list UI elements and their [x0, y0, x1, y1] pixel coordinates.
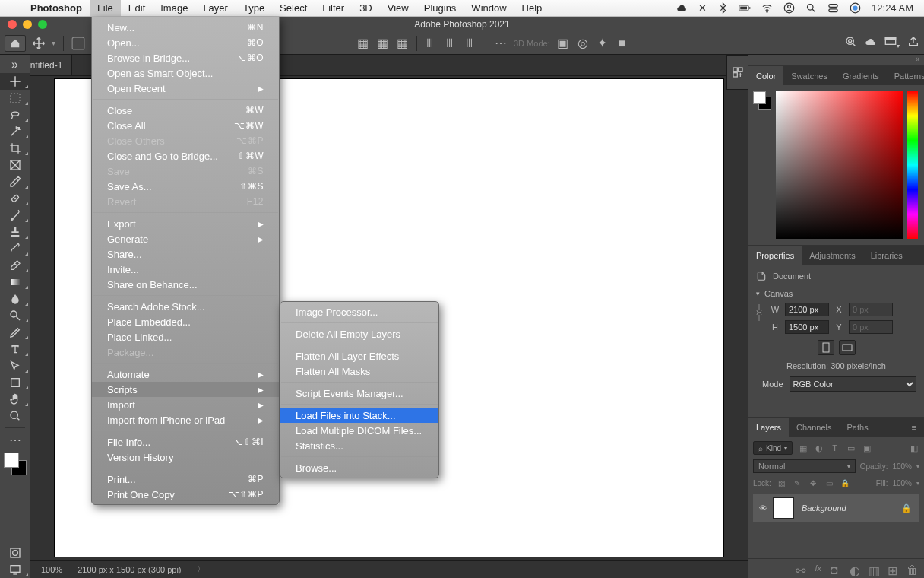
marquee-tool[interactable]	[0, 90, 30, 106]
3d-icon[interactable]: ▣	[556, 37, 570, 50]
menu-help[interactable]: Help	[514, 0, 550, 16]
3d-icon[interactable]: ◎	[576, 37, 590, 50]
menu-item[interactable]: Print...⌘P	[92, 472, 279, 487]
status-flyout-icon[interactable]: 〉	[197, 564, 205, 575]
menu-item[interactable]: Share...	[92, 246, 279, 262]
menu-item[interactable]: Save⌘S	[92, 164, 279, 179]
filter-adjust-icon[interactable]: ◐	[813, 443, 824, 454]
shape-tool[interactable]	[0, 374, 30, 391]
opacity-value[interactable]: 100%	[892, 462, 912, 471]
menu-view[interactable]: View	[380, 0, 416, 16]
lock-artboard-icon[interactable]: ▭	[824, 478, 835, 489]
tools-flyout-icon[interactable]: »	[0, 56, 30, 73]
menu-item[interactable]: Place Linked...	[92, 329, 279, 345]
tab-adjustments[interactable]: Adjustments	[802, 246, 863, 265]
menu-select[interactable]: Select	[272, 0, 315, 16]
overflow-icon[interactable]: ⋯	[494, 37, 508, 50]
crop-tool[interactable]	[0, 140, 30, 157]
share-icon[interactable]	[907, 36, 919, 51]
filter-smart-icon[interactable]: ▣	[861, 443, 872, 454]
zoom-level[interactable]: 100%	[41, 565, 62, 574]
menu-image[interactable]: Image	[153, 0, 195, 16]
submenu-item[interactable]: Load Multiple DICOM Files...	[280, 423, 438, 438]
blend-mode-select[interactable]: Normal▾	[753, 459, 856, 473]
distribute-icon[interactable]: ⊪	[445, 37, 458, 50]
close-window-button[interactable]	[8, 20, 17, 29]
battery-icon[interactable]	[739, 2, 751, 14]
layer-name[interactable]: Background	[802, 503, 901, 513]
tab-channels[interactable]: Channels	[789, 418, 839, 437]
menu-layer[interactable]: Layer	[195, 0, 236, 16]
tab-libraries[interactable]: Libraries	[863, 246, 910, 265]
3d-icon[interactable]: ✦	[596, 37, 609, 50]
bluetooth-icon[interactable]	[717, 2, 729, 14]
brush-tool[interactable]	[0, 207, 30, 224]
eraser-tool[interactable]	[0, 257, 30, 274]
menu-item[interactable]: Close⌘W	[92, 103, 279, 118]
height-input[interactable]: 1500 px	[785, 320, 829, 334]
tab-layers[interactable]: Layers	[748, 418, 789, 437]
tab-paths[interactable]: Paths	[840, 418, 876, 437]
layer-row[interactable]: 👁 Background 🔒	[753, 494, 919, 522]
layer-thumbnail[interactable]	[773, 497, 794, 519]
color-picker[interactable]	[748, 85, 924, 245]
fx-icon[interactable]: fx	[815, 564, 821, 573]
tab-properties[interactable]: Properties	[748, 246, 802, 265]
menu-item[interactable]: Place Embedded...	[92, 314, 279, 329]
menu-item[interactable]: Share on Behance...	[92, 277, 279, 292]
user-icon[interactable]	[783, 2, 795, 14]
menu-item[interactable]: Browse in Bridge...⌥⌘O	[92, 50, 279, 65]
tab-color[interactable]: Color	[748, 66, 783, 85]
path-tool[interactable]	[0, 357, 30, 374]
healing-tool[interactable]	[0, 190, 30, 207]
filter-type-icon[interactable]: T	[829, 443, 840, 454]
pen-tool[interactable]	[0, 324, 30, 341]
menu-item[interactable]: Export▶	[92, 216, 279, 231]
menu-item[interactable]: Scripts▶	[92, 382, 279, 397]
menu-item[interactable]: Open Recent▶	[92, 81, 279, 96]
color-mode-select[interactable]: RGB Color	[790, 376, 916, 392]
edit-toolbar-icon[interactable]: ⋯	[0, 431, 30, 448]
filter-pixel-icon[interactable]: ▦	[797, 443, 808, 454]
menu-filter[interactable]: Filter	[315, 0, 352, 16]
align-icon[interactable]: ▦	[356, 37, 369, 50]
menu-item[interactable]: File Info...⌥⇧⌘I	[92, 434, 279, 449]
menu-item[interactable]: Close All⌥⌘W	[92, 118, 279, 133]
document-dimensions[interactable]: 2100 px x 1500 px (300 ppi)	[78, 565, 181, 574]
width-input[interactable]: 2100 px	[785, 303, 829, 316]
foreground-background-swatch[interactable]	[4, 453, 27, 475]
siri-icon[interactable]	[850, 2, 861, 14]
align-icon[interactable]: ▦	[395, 37, 409, 50]
wand-tool[interactable]	[0, 123, 30, 140]
lasso-tool[interactable]	[0, 106, 30, 123]
menu-item[interactable]: Open...⌘O	[92, 35, 279, 50]
3d-icon[interactable]: ■	[615, 37, 629, 50]
zoom-tool[interactable]	[0, 408, 30, 424]
app-name[interactable]: Photoshop	[23, 2, 90, 14]
menu-item[interactable]: Save As...⇧⌘S	[92, 179, 279, 194]
screen-mode-icon[interactable]	[0, 561, 30, 578]
menu-edit[interactable]: Edit	[121, 0, 153, 16]
filter-shape-icon[interactable]: ▭	[845, 443, 856, 454]
menu-item[interactable]: Invite...	[92, 262, 279, 277]
menu-item[interactable]: Open as Smart Object...	[92, 65, 279, 81]
filter-toggle-icon[interactable]: ◧	[908, 443, 919, 454]
submenu-item[interactable]: Flatten All Layer Effects	[280, 348, 438, 364]
menu-item[interactable]: Version History	[92, 449, 279, 465]
submenu-item[interactable]: Delete All Empty Layers	[280, 326, 438, 341]
menu-item[interactable]: Automate▶	[92, 367, 279, 382]
submenu-item[interactable]: Browse...	[280, 460, 438, 475]
menu-item[interactable]: RevertF12	[92, 194, 279, 209]
menu-item[interactable]: Import▶	[92, 397, 279, 412]
tools-icon[interactable]: ✕	[698, 2, 707, 14]
submenu-item[interactable]: Statistics...	[280, 438, 438, 453]
move-tool-icon[interactable]	[32, 37, 46, 50]
link-layers-icon[interactable]: ⚯	[796, 564, 805, 573]
zoom-window-button[interactable]	[38, 20, 47, 29]
panel-menu-icon[interactable]: ≡	[904, 418, 924, 437]
stamp-tool[interactable]	[0, 224, 30, 240]
history-brush-tool[interactable]	[0, 240, 30, 257]
tab-swatches[interactable]: Swatches	[783, 66, 835, 85]
hand-tool[interactable]	[0, 391, 30, 408]
quick-mask-icon[interactable]	[0, 545, 30, 561]
